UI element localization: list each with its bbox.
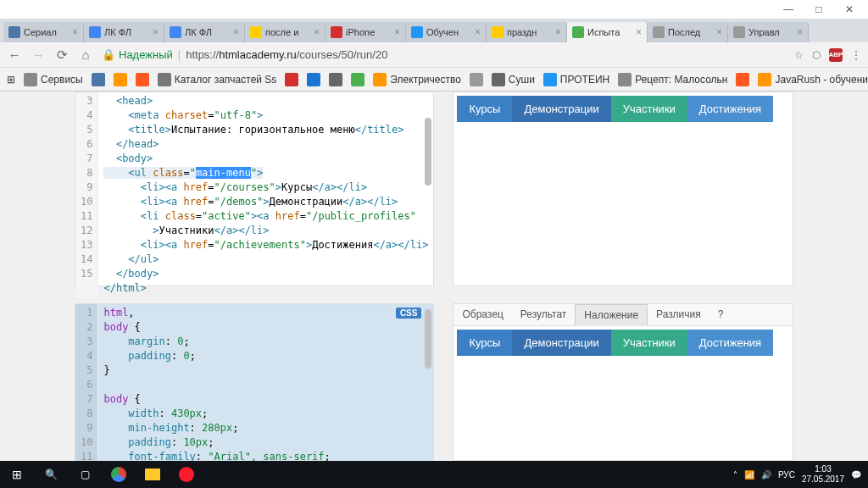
- close-tab-icon[interactable]: ×: [153, 26, 159, 38]
- bookmark-item[interactable]: Сервисы: [24, 73, 83, 86]
- browser-toolbar: ← → ⟳ ⌂ 🔒 Надежный | https://htmlacademy…: [0, 42, 868, 68]
- close-tab-icon[interactable]: ×: [314, 26, 320, 38]
- window-titlebar: — □ ✕: [0, 0, 868, 19]
- bookmark-item[interactable]: [307, 73, 320, 86]
- result-tab[interactable]: Наложение: [575, 304, 648, 326]
- bookmark-label: JavaRush - обучение: [775, 74, 868, 86]
- taskview-button[interactable]: ▢: [68, 461, 102, 488]
- result-tab[interactable]: Различия: [648, 304, 709, 325]
- result-tab[interactable]: Результат: [512, 304, 576, 325]
- menu-item[interactable]: Курсы: [457, 330, 512, 356]
- close-tab-icon[interactable]: ×: [636, 26, 642, 38]
- browser-tab[interactable]: Управл×: [728, 22, 809, 42]
- close-tab-icon[interactable]: ×: [475, 26, 481, 38]
- window-minimize[interactable]: —: [773, 1, 804, 18]
- secure-label: Надежный: [119, 48, 173, 61]
- window-maximize[interactable]: □: [804, 1, 834, 18]
- volume-icon[interactable]: 🔊: [761, 470, 771, 480]
- html-code[interactable]: <head> <meta charset="utf-8"> <title>Исп…: [98, 92, 433, 297]
- close-tab-icon[interactable]: ×: [797, 26, 803, 38]
- bookmark-favicon: [492, 73, 505, 86]
- bookmark-favicon: [758, 73, 771, 86]
- clock[interactable]: 1:03 27.05.2017: [802, 464, 844, 485]
- browser-tab[interactable]: после и×: [245, 22, 326, 42]
- menu-item[interactable]: Участники: [611, 330, 687, 356]
- search-button[interactable]: 🔍: [34, 461, 68, 488]
- bookmark-item[interactable]: [114, 73, 127, 86]
- menu-item[interactable]: Курсы: [457, 96, 512, 122]
- browser-tab[interactable]: праздн×: [487, 22, 567, 42]
- bookmark-favicon: [92, 73, 105, 86]
- apps-icon[interactable]: ⊞: [7, 74, 15, 86]
- bookmark-label: Сервисы: [41, 74, 83, 86]
- menu-item[interactable]: Демонстрации: [512, 330, 610, 356]
- close-tab-icon[interactable]: ×: [555, 26, 561, 38]
- close-tab-icon[interactable]: ×: [394, 26, 400, 38]
- bookmark-item[interactable]: [470, 73, 483, 86]
- bookmark-item[interactable]: [351, 73, 364, 86]
- tab-label: после и: [265, 27, 310, 37]
- chrome-taskbar-icon[interactable]: [102, 461, 136, 488]
- back-button[interactable]: ←: [7, 47, 22, 62]
- menu-icon[interactable]: ⋮: [851, 49, 861, 61]
- favicon: [572, 26, 584, 38]
- bookmark-item[interactable]: Каталог запчастей Ss: [158, 73, 277, 86]
- close-tab-icon[interactable]: ×: [716, 26, 722, 38]
- bookmark-favicon: [285, 73, 298, 86]
- result-tab[interactable]: Образец: [453, 304, 511, 325]
- language-indicator[interactable]: РУС: [778, 470, 795, 480]
- bookmark-item[interactable]: JavaRush - обучение: [758, 73, 868, 86]
- address-bar[interactable]: 🔒 Надежный | https://htmlacademy.ru/cour…: [102, 45, 786, 65]
- star-icon[interactable]: ☆: [794, 49, 804, 61]
- home-button[interactable]: ⌂: [78, 47, 93, 62]
- close-tab-icon[interactable]: ×: [72, 26, 78, 38]
- bookmark-item[interactable]: [736, 73, 749, 86]
- browser-tab[interactable]: ЛК ФЛ×: [84, 22, 164, 42]
- bookmark-item[interactable]: Электричество: [373, 73, 461, 86]
- url-text: https://htmlacademy.ru/courses/50/run/20: [186, 48, 387, 61]
- scrollbar-thumb[interactable]: [425, 309, 431, 369]
- bookmark-item[interactable]: ПРОТЕИН: [543, 73, 609, 86]
- menu-item[interactable]: Достижения: [687, 96, 773, 122]
- favicon: [89, 26, 101, 38]
- browser-tab[interactable]: Испыта×: [567, 22, 648, 42]
- network-icon[interactable]: 📶: [744, 470, 754, 480]
- notifications-icon[interactable]: 💬: [851, 470, 861, 480]
- favicon: [331, 26, 342, 38]
- browser-tab[interactable]: ЛК ФЛ×: [164, 22, 245, 42]
- bookmark-favicon: [543, 73, 557, 86]
- tab-label: ЛК ФЛ: [185, 27, 230, 37]
- bookmark-item[interactable]: [136, 73, 149, 86]
- extension-icon[interactable]: ⬡: [812, 49, 821, 61]
- tray-up-icon[interactable]: ˄: [733, 470, 737, 480]
- window-close[interactable]: ✕: [834, 1, 865, 18]
- menu-item[interactable]: Достижения: [687, 330, 773, 356]
- bookmark-item[interactable]: [92, 73, 105, 86]
- reload-button[interactable]: ⟳: [54, 47, 70, 63]
- result-tab[interactable]: ?: [709, 304, 732, 325]
- bookmark-favicon: [373, 73, 387, 86]
- bookmark-label: Каталог запчастей Ss: [175, 74, 277, 86]
- close-tab-icon[interactable]: ×: [233, 26, 239, 38]
- bookmark-item[interactable]: [285, 73, 298, 86]
- browser-tab[interactable]: iPhone×: [326, 22, 406, 42]
- bookmark-item[interactable]: [329, 73, 342, 86]
- scrollbar-thumb[interactable]: [425, 118, 431, 186]
- opera-taskbar-icon[interactable]: [170, 461, 203, 488]
- abp-icon[interactable]: ABP: [829, 48, 843, 62]
- preview-menu: КурсыДемонстрацииУчастникиДостижения: [457, 96, 789, 122]
- lock-icon: 🔒: [102, 48, 115, 61]
- bookmark-label: Рецепт: Малосольн: [635, 74, 727, 86]
- menu-item[interactable]: Демонстрации: [512, 96, 610, 122]
- browser-tab[interactable]: Послед×: [648, 22, 728, 42]
- start-button[interactable]: ⊞: [0, 461, 34, 488]
- forward-button[interactable]: →: [31, 47, 46, 62]
- explorer-taskbar-icon[interactable]: [136, 461, 170, 488]
- menu-item[interactable]: Участники: [611, 96, 687, 122]
- browser-tab[interactable]: Сериал×: [3, 22, 84, 42]
- bookmark-item[interactable]: Суши: [492, 73, 535, 86]
- html-editor-panel[interactable]: 3456789101112131415 <head> <meta charset…: [75, 92, 434, 286]
- browser-tab[interactable]: Обучен×: [406, 22, 487, 42]
- result-menu: КурсыДемонстрацииУчастникиДостижения: [457, 330, 789, 356]
- bookmark-item[interactable]: Рецепт: Малосольн: [618, 73, 727, 86]
